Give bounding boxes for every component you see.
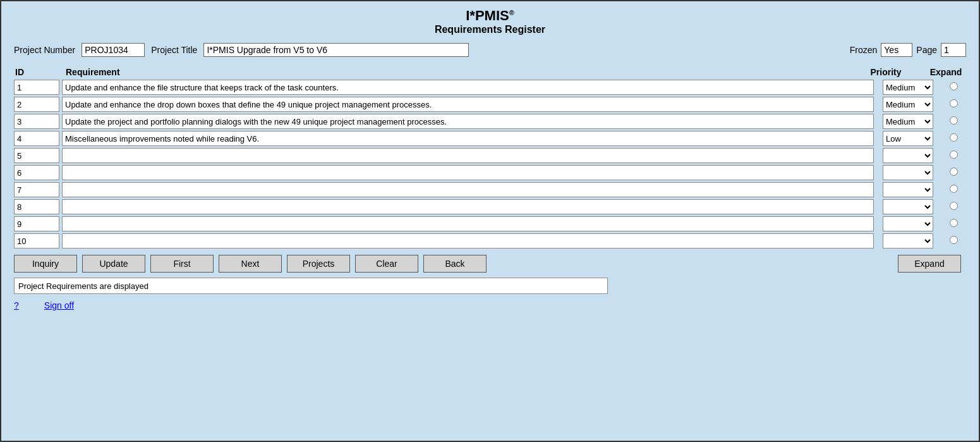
right-header-fields: Frozen Page xyxy=(850,43,966,57)
row-id-input[interactable] xyxy=(14,199,59,214)
row-expand-radio[interactable] xyxy=(950,236,958,244)
column-headers: ID Requirement Priority Expand xyxy=(14,67,966,77)
row-expand-radio[interactable] xyxy=(950,219,958,227)
next-button[interactable]: Next xyxy=(219,255,282,273)
table-row: HighMediumLow xyxy=(14,148,966,163)
page-subtitle: Requirements Register xyxy=(14,24,966,35)
row-id-input[interactable] xyxy=(14,114,59,129)
row-priority-select[interactable]: HighMediumLow xyxy=(883,199,933,214)
row-expand-radio-container xyxy=(941,99,966,109)
frozen-label: Frozen xyxy=(850,45,878,55)
row-expand-radio-container xyxy=(941,236,966,246)
row-priority-select[interactable]: HighMediumLow xyxy=(883,233,933,249)
row-id-input[interactable] xyxy=(14,80,59,95)
back-button[interactable]: Back xyxy=(423,255,487,273)
row-expand-radio-container xyxy=(941,133,966,144)
project-number-label: Project Number xyxy=(14,45,75,55)
help-link[interactable]: ? xyxy=(14,300,19,310)
row-requirement-input[interactable] xyxy=(62,131,874,146)
row-requirement-input[interactable] xyxy=(62,199,874,214)
row-expand-radio-container xyxy=(941,219,966,229)
row-requirement-input[interactable] xyxy=(62,233,874,249)
data-rows: HighMediumLowHighMediumLowHighMediumLowH… xyxy=(14,80,966,249)
row-expand-radio[interactable] xyxy=(950,168,958,176)
row-expand-radio-container xyxy=(941,185,966,195)
row-id-input[interactable] xyxy=(14,131,59,146)
row-id-input[interactable] xyxy=(14,182,59,197)
projects-button[interactable]: Projects xyxy=(287,255,350,273)
row-id-input[interactable] xyxy=(14,216,59,231)
row-id-input[interactable] xyxy=(14,165,59,180)
buttons-row: Inquiry Update First Next Projects Clear… xyxy=(14,255,966,273)
row-requirement-input[interactable] xyxy=(62,216,874,231)
project-title-label: Project Title xyxy=(151,45,197,55)
top-fields: Project Number Project Title Frozen Page xyxy=(14,43,966,57)
row-id-input[interactable] xyxy=(14,97,59,112)
row-expand-radio[interactable] xyxy=(950,82,958,90)
table-row: HighMediumLow xyxy=(14,182,966,197)
row-expand-radio[interactable] xyxy=(950,150,958,159)
inquiry-button[interactable]: Inquiry xyxy=(14,255,77,273)
table-row: HighMediumLow xyxy=(14,165,966,180)
page-input[interactable] xyxy=(941,43,966,57)
row-expand-radio[interactable] xyxy=(950,202,958,210)
table-row: HighMediumLow xyxy=(14,80,966,95)
col-header-requirement: Requirement xyxy=(66,67,845,77)
status-bar xyxy=(14,278,966,294)
row-priority-select[interactable]: HighMediumLow xyxy=(883,97,933,112)
frozen-input[interactable] xyxy=(881,43,912,57)
table-row: HighMediumLow xyxy=(14,199,966,214)
row-expand-radio[interactable] xyxy=(950,116,958,125)
col-header-priority: Priority xyxy=(845,67,927,77)
table-row: HighMediumLow xyxy=(14,233,966,249)
table-row: HighMediumLow xyxy=(14,131,966,146)
row-requirement-input[interactable] xyxy=(62,80,874,95)
row-requirement-input[interactable] xyxy=(62,148,874,163)
row-expand-radio-container xyxy=(941,202,966,212)
row-id-input[interactable] xyxy=(14,233,59,249)
col-header-expand: Expand xyxy=(927,67,965,77)
row-priority-select[interactable]: HighMediumLow xyxy=(883,182,933,197)
row-expand-radio-container xyxy=(941,82,966,92)
update-button[interactable]: Update xyxy=(82,255,145,273)
table-row: HighMediumLow xyxy=(14,216,966,231)
row-requirement-input[interactable] xyxy=(62,114,874,129)
row-expand-radio[interactable] xyxy=(950,185,958,193)
row-priority-select[interactable]: HighMediumLow xyxy=(883,80,933,95)
status-message xyxy=(14,278,608,294)
project-number-input[interactable] xyxy=(82,43,145,57)
clear-button[interactable]: Clear xyxy=(355,255,418,273)
project-title-input[interactable] xyxy=(203,43,469,57)
signoff-link[interactable]: Sign off xyxy=(44,300,74,310)
table-row: HighMediumLow xyxy=(14,97,966,112)
first-button[interactable]: First xyxy=(150,255,214,273)
row-priority-select[interactable]: HighMediumLow xyxy=(883,131,933,146)
table-row: HighMediumLow xyxy=(14,114,966,129)
page-label: Page xyxy=(916,45,937,55)
row-expand-radio-container xyxy=(941,150,966,161)
page-header: I*PMIS® Requirements Register xyxy=(14,8,966,35)
row-priority-select[interactable]: HighMediumLow xyxy=(883,216,933,231)
row-expand-radio-container xyxy=(941,168,966,178)
row-requirement-input[interactable] xyxy=(62,182,874,197)
row-priority-select[interactable]: HighMediumLow xyxy=(883,148,933,163)
row-expand-radio[interactable] xyxy=(950,133,958,142)
row-requirement-input[interactable] xyxy=(62,97,874,112)
row-requirement-input[interactable] xyxy=(62,165,874,180)
row-priority-select[interactable]: HighMediumLow xyxy=(883,165,933,180)
row-expand-radio[interactable] xyxy=(950,99,958,107)
row-id-input[interactable] xyxy=(14,148,59,163)
app-title: I*PMIS® xyxy=(14,8,966,24)
row-priority-select[interactable]: HighMediumLow xyxy=(883,114,933,129)
expand-button[interactable]: Expand xyxy=(898,255,961,273)
footer-links: ? Sign off xyxy=(14,300,966,310)
row-expand-radio-container xyxy=(941,116,966,126)
col-header-id: ID xyxy=(15,67,66,77)
